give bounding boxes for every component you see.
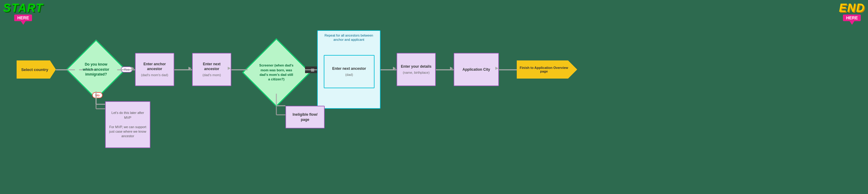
svg-marker-26 [188, 67, 191, 70]
select-country-shape: Select country [17, 60, 56, 79]
enter-anchor-label: Enter anchor ancestor (dad's mom's dad) [138, 62, 171, 78]
finish-shape: Finish to Application Overview page [517, 60, 577, 79]
end-text: END [839, 1, 865, 15]
lets-do-later-label: Let's do this later after MVP For MVP, w… [108, 111, 147, 138]
repeat-label: Repeat for all ancestors between anchor … [321, 33, 377, 42]
finish-label: Finish to Application Overview page [517, 66, 571, 73]
svg-marker-28 [393, 67, 396, 70]
screener-diamond[interactable]: Screener (when dad's mom was born, was d… [248, 44, 305, 101]
enter-details-label: Enter your details (name, birthplace) [401, 64, 431, 75]
start-here-label: HERE [14, 15, 32, 21]
application-city-node[interactable]: Application City [454, 53, 499, 86]
ineligible-label: Ineligible flow/ page [288, 112, 322, 122]
repeat-container: Repeat for all ancestors between anchor … [317, 30, 380, 109]
enter-details-node[interactable]: Enter your details (name, birthplace) [397, 53, 436, 86]
end-here-label: HERE [843, 15, 861, 21]
yes-label: Yes [121, 66, 132, 73]
enter-next-dad-node[interactable]: Enter next ancestor (dad) [324, 55, 374, 88]
ineligible-node[interactable]: Ineligible flow/ page [285, 106, 325, 129]
svg-marker-29 [450, 67, 453, 70]
lets-do-later-node[interactable]: Let's do this later after MVP For MVP, w… [105, 101, 150, 148]
no-label: No [92, 92, 103, 98]
end-badge: END HERE [839, 1, 865, 21]
enter-next-dads-mom-label: Enter next ancestor (dad's mom) [195, 62, 228, 78]
do-you-know-diamond[interactable]: Do you know which ancestor immigrated? [75, 48, 117, 91]
do-you-know-label: Do you know which ancestor immigrated? [81, 62, 111, 77]
start-text: START [3, 1, 43, 15]
start-badge: START HERE [3, 1, 43, 21]
finish-node[interactable]: Finish to Application Overview page [517, 60, 577, 79]
enter-anchor-node[interactable]: Enter anchor ancestor (dad's mom's dad) [135, 53, 174, 86]
screener-label: Screener (when dad's mom was born, was d… [258, 63, 294, 82]
select-country-node[interactable]: Select country [17, 60, 56, 79]
application-city-label: Application City [462, 67, 490, 72]
enter-next-dads-mom-node[interactable]: Enter next ancestor (dad's mom) [192, 53, 231, 86]
select-country-label: Select country [21, 67, 48, 72]
enter-next-dad-label: Enter next ancestor (dad) [332, 66, 366, 77]
